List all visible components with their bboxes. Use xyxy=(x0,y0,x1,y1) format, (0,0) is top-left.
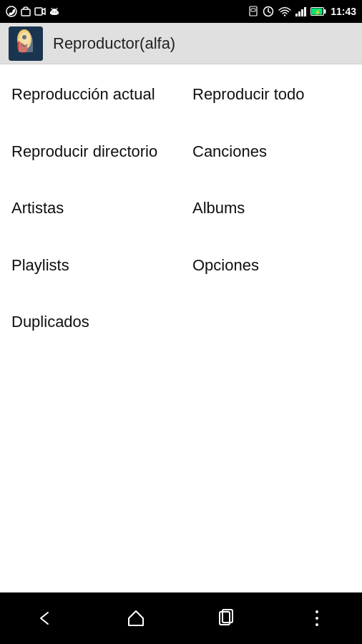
svg-rect-9 xyxy=(251,9,255,11)
svg-point-20 xyxy=(19,30,30,46)
more-button[interactable] xyxy=(295,601,338,635)
svg-line-7 xyxy=(57,9,58,10)
svg-point-21 xyxy=(22,35,26,39)
menu-item-duplicados[interactable]: Duplicados xyxy=(0,292,181,349)
menu-item-reproducir-directorio[interactable]: Reproducir directorio xyxy=(0,122,181,179)
svg-point-19 xyxy=(17,29,31,49)
recents-button[interactable] xyxy=(205,601,248,635)
clock-icon xyxy=(263,6,274,17)
svg-point-26 xyxy=(315,623,318,626)
signal-icon xyxy=(295,6,306,16)
svg-point-24 xyxy=(315,610,318,613)
status-time: 11:43 xyxy=(331,6,356,17)
status-bar-left-icons xyxy=(6,6,60,17)
whatsapp-icon xyxy=(6,6,17,17)
wifi-icon xyxy=(278,6,291,17)
menu-item-reproduccion-actual[interactable]: Reproducción actual xyxy=(0,64,181,122)
menu-item-opciones[interactable]: Opciones xyxy=(181,235,362,293)
home-button[interactable] xyxy=(114,601,157,635)
svg-line-6 xyxy=(52,9,53,10)
menu-item-reproducir-todo[interactable]: Reproducir todo xyxy=(181,64,362,122)
app-icon xyxy=(9,26,43,61)
more-icon xyxy=(314,609,320,628)
back-icon xyxy=(35,610,55,627)
status-bar-right-icons: ⚡ 11:43 xyxy=(248,6,356,17)
svg-point-13 xyxy=(284,14,285,16)
svg-rect-16 xyxy=(324,9,326,14)
menu-item-albums[interactable]: Albums xyxy=(181,178,362,235)
app-header: Reproductor(alfa) xyxy=(0,23,362,64)
recents-icon xyxy=(216,609,236,628)
back-button[interactable] xyxy=(24,601,67,635)
svg-text:⚡: ⚡ xyxy=(314,9,321,16)
menu-item-artistas[interactable]: Artistas xyxy=(0,178,181,235)
status-bar: ⚡ 11:43 xyxy=(0,0,362,23)
svg-point-25 xyxy=(315,617,318,620)
menu-item-canciones[interactable]: Canciones xyxy=(181,122,362,179)
main-menu: Reproducción actual Reproducir todo Repr… xyxy=(0,64,362,592)
svg-rect-2 xyxy=(35,8,42,15)
video-icon xyxy=(34,6,46,17)
home-icon xyxy=(126,609,146,628)
android-icon xyxy=(49,6,60,17)
svg-line-12 xyxy=(268,11,270,13)
app-title: Reproductor(alfa) xyxy=(53,34,175,53)
battery-icon: ⚡ xyxy=(310,6,326,16)
nav-bar xyxy=(0,592,362,644)
menu-item-playlists[interactable]: Playlists xyxy=(0,235,181,293)
shop-icon xyxy=(20,6,31,17)
sim-icon xyxy=(248,6,258,17)
svg-rect-1 xyxy=(21,9,30,16)
